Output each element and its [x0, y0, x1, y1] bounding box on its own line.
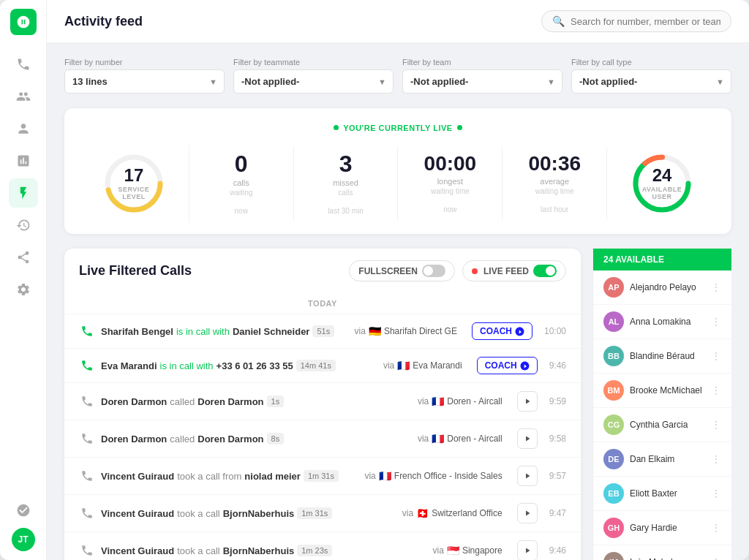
agent-avatar: AL — [603, 311, 624, 332]
call-action — [517, 540, 538, 560]
coach-button[interactable]: COACH — [477, 357, 538, 374]
via-number: Switzerland Office — [432, 508, 503, 518]
sidebar-item-share[interactable] — [9, 243, 38, 272]
sidebar-item-history[interactable] — [9, 211, 38, 240]
via-label: via — [418, 396, 429, 406]
call-row: Doren Darmon called Doren Darmon 8s via … — [64, 420, 581, 458]
call-type-icon — [79, 431, 95, 447]
agent-name: Brooke McMichael — [630, 385, 705, 396]
call-target: Daniel Schneider — [233, 326, 309, 337]
search-icon: 🔍 — [552, 15, 565, 27]
call-flag: 🇫🇷 — [432, 433, 444, 444]
call-status: called — [170, 434, 195, 444]
via-number: Sharifah Direct GE — [384, 326, 457, 336]
call-target: BjornNaberhuis — [223, 508, 295, 519]
agent-name: Anna Lomakina — [630, 317, 705, 327]
fullscreen-toggle-group[interactable]: FULLSCREEN — [349, 260, 455, 281]
call-via: via 🇩🇪 Sharifah Direct GE — [355, 325, 457, 337]
agent-name: Eliott Baxter — [630, 488, 705, 499]
caller-name: Vincent Guiraud — [101, 471, 174, 482]
coach-button[interactable]: COACH — [472, 322, 532, 340]
fullscreen-toggle[interactable] — [422, 265, 445, 277]
filter-calltype-select[interactable]: -Not applied- — [571, 69, 731, 94]
agent-name: Inès Malerba — [630, 557, 705, 560]
filter-teammate-label: Filter by teammate — [233, 58, 394, 67]
agent-menu-icon[interactable]: ⋮ — [711, 453, 721, 465]
app-logo[interactable] — [10, 9, 37, 35]
play-button[interactable] — [517, 391, 538, 412]
lfc-header: Live Filtered Calls FULLSCREEN — [64, 249, 581, 293]
stat-calls-waiting: 0 calls waiting now — [189, 146, 294, 221]
call-info: Vincent Guiraud took a call from niolad … — [101, 470, 350, 482]
sidebar-item-settings[interactable] — [9, 275, 38, 304]
lfc-card: Live Filtered Calls FULLSCREEN — [64, 249, 581, 560]
agent-menu-icon[interactable]: ⋮ — [711, 316, 721, 328]
call-target: niolad meier — [244, 471, 301, 482]
stats-row: 17 SERVICELEVEL 0 calls waiting now — [79, 145, 717, 222]
via-number: Doren - Aircall — [447, 434, 502, 444]
play-button[interactable] — [517, 428, 538, 449]
call-status: is in call with — [160, 360, 214, 371]
call-flag: 🇫🇷 — [397, 360, 410, 371]
call-type-icon — [79, 505, 95, 521]
fullscreen-label: FULLSCREEN — [358, 266, 418, 276]
agent-menu-icon[interactable]: ⋮ — [711, 556, 721, 560]
agent-menu-icon[interactable]: ⋮ — [711, 281, 721, 293]
filter-teammate-wrap: -Not applied- ▼ — [233, 69, 394, 94]
agent-menu-icon[interactable]: ⋮ — [711, 385, 721, 396]
longest-wait-value: 00:00 — [401, 154, 499, 174]
agent-menu-icon[interactable]: ⋮ — [711, 350, 721, 362]
stat-missed-calls: 3 missed calls last 30 min — [294, 146, 399, 221]
calls-waiting-value: 0 — [192, 152, 290, 175]
play-button[interactable] — [517, 503, 538, 523]
agent-menu-icon[interactable]: ⋮ — [711, 522, 721, 534]
search-input[interactable] — [571, 16, 720, 27]
agent-avatar: DE — [603, 449, 624, 469]
agent-menu-icon[interactable]: ⋮ — [711, 419, 721, 431]
call-via: via 🇫🇷 Eva Marandi — [383, 360, 462, 371]
call-info: Eva Marandi is in call with +33 6 01 26 … — [101, 360, 369, 371]
call-info: Doren Darmon called Doren Darmon 1s — [101, 396, 403, 407]
agent-avatar: BB — [603, 346, 624, 366]
agent-item: BM Brooke McMichael ⋮ — [593, 374, 731, 408]
play-button[interactable] — [517, 466, 538, 486]
call-time: 9:46 — [549, 360, 566, 371]
sidebar-item-analytics[interactable] — [9, 146, 38, 175]
search-bar[interactable]: 🔍 — [541, 10, 731, 32]
sidebar-item-activity[interactable] — [9, 178, 38, 208]
sidebar-item-widget[interactable] — [9, 496, 38, 525]
livefeed-toggle[interactable] — [533, 265, 557, 277]
calls-waiting-time: now — [192, 207, 290, 215]
agent-menu-icon[interactable]: ⋮ — [711, 488, 721, 499]
filter-number-select[interactable]: 13 lines — [64, 69, 225, 94]
call-duration: 1m 23s — [297, 545, 332, 556]
sidebar-item-teams[interactable] — [9, 82, 38, 111]
agent-name: Blandine Béraud — [630, 351, 705, 361]
lfc-controls: FULLSCREEN LIVE FEED — [349, 260, 566, 281]
call-via: via 🇸🇬 Singapore — [433, 545, 503, 556]
call-duration: 1s — [267, 396, 285, 407]
agent-name: Alejandro Pelayo — [630, 282, 705, 292]
call-row: Vincent Guiraud took a call BjornNaberhu… — [64, 495, 581, 532]
fullscreen-toggle-knob — [424, 266, 433, 276]
sidebar-item-phone[interactable] — [9, 50, 38, 79]
longest-wait-sub: waiting time — [401, 187, 499, 195]
call-target: BjornNaberhuis — [223, 545, 295, 556]
call-action — [517, 503, 538, 523]
user-avatar[interactable]: JT — [12, 528, 35, 551]
call-duration: 51s — [312, 325, 334, 337]
sidebar-item-users[interactable] — [9, 114, 38, 143]
play-button[interactable] — [517, 540, 538, 560]
caller-name: Eva Marandi — [101, 360, 157, 371]
call-status: called — [170, 396, 195, 407]
call-duration: 14m 41s — [296, 360, 336, 371]
filter-teammate-select[interactable]: -Not applied- — [233, 69, 394, 94]
call-action — [517, 391, 538, 412]
lfc-section: Live Filtered Calls FULLSCREEN — [64, 249, 581, 560]
call-target: +33 6 01 26 33 55 — [217, 360, 293, 371]
call-row: Vincent Guiraud took a call BjornNaberhu… — [64, 532, 581, 560]
call-type-icon — [79, 357, 95, 374]
livefeed-toggle-group[interactable]: LIVE FEED — [462, 260, 566, 281]
filter-team-select[interactable]: -Not applied- — [402, 69, 562, 94]
via-number: French Office - Inside Sales — [394, 471, 503, 481]
